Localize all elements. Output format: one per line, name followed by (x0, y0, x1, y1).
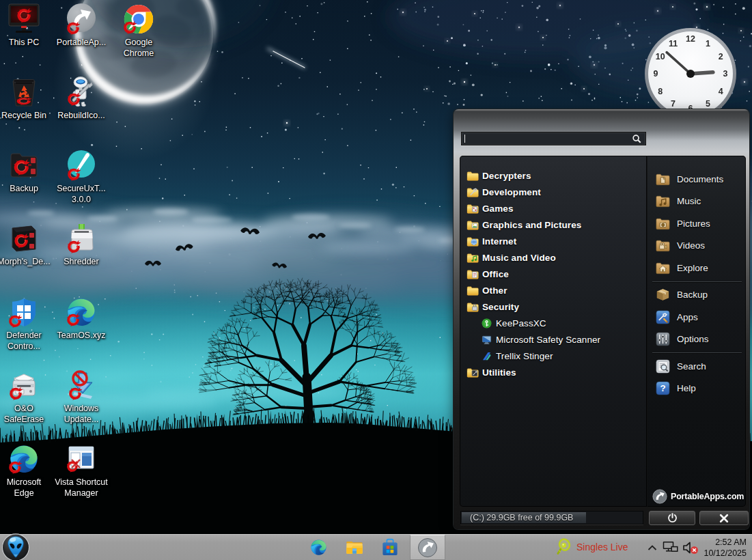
svg-text:11: 11 (669, 39, 678, 48)
svg-text:10: 10 (656, 52, 665, 61)
svg-text:2: 2 (719, 52, 723, 61)
svg-text:1: 1 (706, 39, 710, 48)
svg-text:5: 5 (706, 99, 710, 109)
svg-text:7: 7 (671, 99, 676, 109)
svg-text:12: 12 (686, 34, 695, 44)
svg-text:4: 4 (719, 87, 723, 96)
svg-text:3: 3 (723, 69, 728, 79)
svg-text:9: 9 (654, 69, 658, 79)
svg-text:8: 8 (658, 87, 663, 96)
svg-text:?: ? (660, 384, 665, 394)
